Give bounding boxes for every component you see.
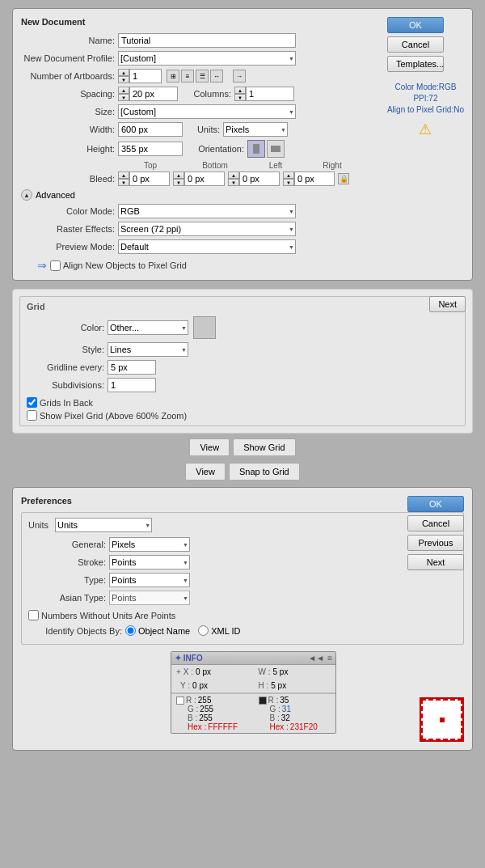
xml-id-radio-label[interactable]: XML ID (198, 625, 240, 636)
asian-type-select[interactable]: Points (109, 591, 190, 605)
info-hex-left-row: Hex : FFFFFF (176, 722, 249, 731)
grid-style-label: Style: (27, 345, 108, 354)
bleed-right-down[interactable]: ▼ (283, 179, 294, 186)
stroke-select[interactable]: Points (109, 555, 190, 569)
templates-button[interactable]: Templates... (387, 56, 444, 72)
spacing-h-icon[interactable]: ↔ (210, 70, 223, 83)
artboards-input[interactable] (129, 69, 162, 83)
bleed-top-up[interactable]: ▲ (118, 171, 129, 179)
preview-select[interactable]: Default (118, 239, 296, 254)
bleed-left-input[interactable] (239, 171, 280, 186)
show-grid-button[interactable]: Show Grid (233, 438, 295, 456)
xml-id-radio[interactable] (198, 625, 209, 636)
object-name-radio-label[interactable]: Object Name (125, 625, 190, 636)
bleed-top-input[interactable] (129, 171, 170, 186)
type-select[interactable]: Points (109, 573, 190, 587)
info-title-bar: ✦ INFO ◄◄ ≡ (171, 652, 335, 665)
grid-subdivisions-row: Subdivisions: (27, 378, 458, 392)
prefs-buttons: OK Cancel Previous Next (407, 496, 464, 570)
advanced-toggle[interactable]: ▲ Advanced (21, 189, 464, 201)
view-button-2[interactable]: View (185, 463, 226, 481)
bleed-lock-button[interactable]: 🔒 (338, 173, 349, 184)
color-mode-select[interactable]: RGB (118, 204, 296, 218)
units-category-select[interactable]: Units (55, 518, 152, 532)
prefs-cancel-button[interactable]: Cancel (407, 515, 464, 531)
align-checkbox[interactable] (50, 260, 61, 271)
grid-style-select[interactable]: Lines (108, 342, 188, 357)
bleed-bottom-up[interactable]: ▲ (173, 171, 184, 179)
spacing-input[interactable] (129, 87, 178, 101)
show-pixel-label[interactable]: Show Pixel Grid (Above 600% Zoom) (27, 410, 458, 421)
profile-label: New Document Profile: (21, 53, 118, 63)
info-hex-right-row: Hex : 231F20 (259, 722, 331, 731)
numbers-checkbox-label[interactable]: Numbers Without Units Are Points (28, 610, 457, 620)
bleed-right-up[interactable]: ▲ (283, 171, 294, 179)
columns-spin-up[interactable]: ▲ (234, 87, 246, 94)
grid-color-preview[interactable] (193, 316, 216, 339)
preview-row: Preview Mode: Default (37, 239, 464, 254)
new-document-dialog: New Document OK Cancel Templates... Colo… (12, 8, 473, 281)
size-select[interactable]: [Custom] (118, 104, 296, 119)
bleed-right-label: Right (304, 161, 361, 170)
cancel-button[interactable]: Cancel (387, 36, 444, 53)
prefs-previous-button[interactable]: Previous (407, 535, 464, 551)
profile-select[interactable]: [Custom] (118, 51, 296, 66)
bleed-bottom-input[interactable] (184, 171, 225, 186)
width-input[interactable] (118, 122, 183, 137)
grid-row-icon[interactable]: ≡ (181, 70, 194, 83)
info-menu-icon[interactable]: ≡ (327, 654, 332, 663)
grids-in-back-label[interactable]: Grids In Back (27, 397, 458, 408)
grid-checkboxes: Grids In Back Show Pixel Grid (Above 600… (27, 397, 458, 421)
prefs-ok-button[interactable]: OK (407, 496, 464, 512)
svg-rect-0 (253, 144, 259, 154)
color-mode-label: Color Mode: (37, 206, 118, 216)
raster-select[interactable]: Screen (72 ppi) (118, 222, 296, 236)
view-button-1[interactable]: View (189, 438, 230, 456)
subdivisions-input[interactable] (108, 378, 156, 392)
grid-4-icon[interactable]: ⊞ (167, 70, 179, 83)
height-input[interactable] (118, 142, 183, 156)
arrow-right-icon[interactable]: → (233, 70, 246, 83)
columns-spin-down[interactable]: ▼ (234, 94, 246, 101)
height-row: Height: Orientation: (21, 140, 464, 158)
pixel-box (420, 697, 464, 742)
ok-button[interactable]: OK (387, 17, 444, 33)
artboards-spin-up[interactable]: ▲ (118, 69, 129, 76)
columns-input[interactable] (246, 87, 294, 101)
bleed-top-down[interactable]: ▼ (118, 179, 129, 186)
artboards-spin-down[interactable]: ▼ (118, 76, 129, 83)
type-row: Type: Points (28, 573, 457, 587)
snap-to-grid-button[interactable]: Snap to Grid (229, 463, 300, 481)
grids-in-back-checkbox[interactable] (27, 397, 37, 408)
numbers-checkbox[interactable] (28, 610, 39, 620)
landscape-button[interactable] (267, 140, 285, 158)
bleed-left-up[interactable]: ▲ (228, 171, 239, 179)
info-scroll-icon[interactable]: ◄◄ (308, 654, 324, 663)
spacing-spin-down[interactable]: ▼ (118, 94, 129, 101)
arrange-col-icon[interactable]: ☰ (196, 70, 209, 83)
grid-next-button[interactable]: Next (429, 296, 466, 312)
grid-left: Color: Other... Style: Lines (27, 316, 458, 421)
grid-color-row: Color: Other... (27, 316, 458, 339)
general-select[interactable]: Pixels (109, 537, 190, 552)
spacing-spin-up[interactable]: ▲ (118, 87, 129, 94)
show-pixel-checkbox[interactable] (27, 410, 37, 421)
gridline-input[interactable] (108, 360, 156, 375)
portrait-button[interactable] (247, 140, 265, 158)
color-mode-row: Color Mode: RGB (37, 204, 464, 218)
units-legend: Units (28, 520, 48, 530)
name-input[interactable] (118, 33, 296, 48)
advanced-arrow-icon: ▲ (21, 189, 32, 201)
bleed-bottom-label: Bottom (183, 161, 247, 170)
bleed-bottom-down[interactable]: ▼ (173, 179, 184, 186)
align-checkbox-label[interactable]: Align New Objects to Pixel Grid (50, 260, 187, 271)
object-name-radio[interactable] (125, 625, 136, 636)
bleed-left-down[interactable]: ▼ (228, 179, 239, 186)
size-label: Size: (21, 107, 118, 116)
units-select[interactable]: Pixels (223, 122, 288, 137)
info-title-icons: ◄◄ ≡ (308, 654, 332, 663)
prefs-next-button[interactable]: Next (407, 554, 464, 570)
grid-color-select[interactable]: Other... (108, 320, 188, 335)
info-w-cell: W : 5 px (254, 665, 336, 679)
bleed-right-input[interactable] (294, 171, 335, 186)
